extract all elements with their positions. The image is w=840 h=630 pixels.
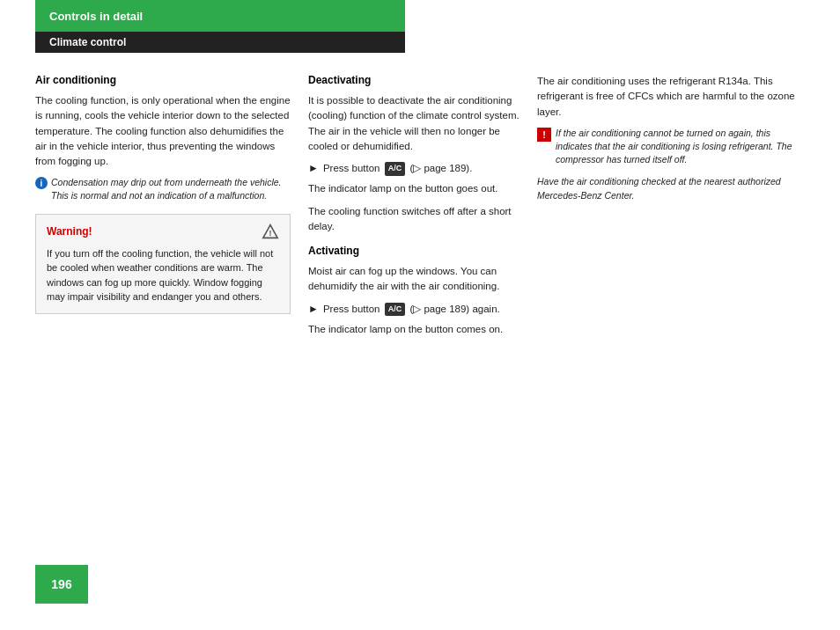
col-mid: Deactivating It is possible to deactivat… (308, 74, 537, 344)
info-note-text: Condensation may drip out from underneat… (51, 176, 291, 202)
col-right: The air conditioning uses the refrigeran… (537, 74, 805, 344)
warn-note-text: If the air conditioning cannot be turned… (556, 127, 805, 167)
refrigerant-text: The air conditioning uses the refrigeran… (537, 74, 805, 120)
col-left: Air conditioning The cooling function, i… (35, 74, 308, 344)
press-label-2: Press button (323, 304, 380, 314)
italic-note: Have the air conditioning checked at the… (537, 175, 805, 201)
page-ref-1: (▷ page 189). (409, 163, 472, 173)
press-label-1: Press button (323, 163, 380, 173)
activating-title: Activating (308, 245, 519, 257)
left-body-text: The cooling function, is only operationa… (35, 93, 291, 169)
warn-exclamation-icon: ! (537, 128, 551, 142)
warning-header: Warning! ! (47, 223, 279, 239)
press-button-text-2: Press button A/C (▷ page 189) again. (323, 302, 500, 317)
ac-button-1: A/C (385, 162, 406, 176)
deactivating-title: Deactivating (308, 74, 519, 86)
warning-body-text: If you turn off the cooling function, th… (47, 246, 279, 304)
warning-box: Warning! ! If you turn off the cooling f… (35, 214, 291, 314)
activating-text: Moist air can fog up the windows. You ca… (308, 264, 519, 295)
page-number-box: 196 (35, 565, 88, 604)
header-bar: Controls in detail (35, 0, 405, 32)
page-number: 196 (51, 577, 71, 591)
warning-triangle-icon: ! (262, 223, 279, 239)
sub-header-bar: Climate control (35, 32, 405, 53)
warning-label: Warning! (47, 225, 92, 238)
indicator-text-1: The indicator lamp on the button goes ou… (308, 181, 519, 196)
ac-button-2: A/C (385, 303, 406, 317)
sub-header-subtitle: Climate control (49, 36, 126, 48)
warn-note: ! If the air conditioning cannot be turn… (537, 127, 805, 167)
svg-text:!: ! (269, 229, 272, 238)
content-area: Air conditioning The cooling function, i… (0, 53, 840, 362)
info-icon: i (35, 177, 48, 189)
arrow-icon-2: ► (308, 303, 319, 315)
page-ref-2: (▷ page 189) again. (409, 304, 499, 314)
press-button-bullet-2: ► Press button A/C (▷ page 189) again. (308, 302, 519, 317)
indicator-text-2: The indicator lamp on the button comes o… (308, 322, 519, 337)
header-title: Controls in detail (49, 10, 143, 23)
left-section-title: Air conditioning (35, 74, 291, 86)
cooling-off-text: The cooling function switches off after … (308, 204, 519, 235)
page-wrapper: Controls in detail Climate control Air c… (0, 0, 840, 630)
press-button-text-1: Press button A/C (▷ page 189). (323, 161, 473, 176)
info-note: i Condensation may drip out from underne… (35, 176, 291, 202)
press-button-bullet-1: ► Press button A/C (▷ page 189). (308, 161, 519, 176)
deactivating-text: It is possible to deactivate the air con… (308, 93, 519, 154)
arrow-icon-1: ► (308, 162, 319, 174)
